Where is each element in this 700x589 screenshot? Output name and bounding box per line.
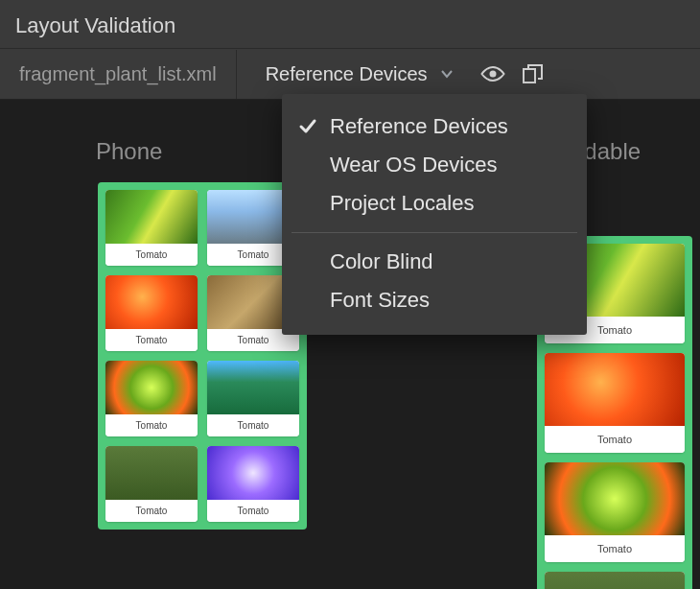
toolbar: fragment_plant_list.xml Reference Device… — [0, 48, 700, 99]
menu-item[interactable]: Reference Devices — [282, 107, 587, 146]
menu-item-label: Wear OS Devices — [330, 153, 497, 177]
plant-thumbnail — [207, 361, 299, 414]
validation-dropdown[interactable]: Reference Devices — [237, 49, 470, 99]
plant-caption: Tomato — [105, 414, 198, 436]
check-icon — [295, 116, 320, 137]
plant-thumbnail — [105, 190, 198, 244]
visibility-icon[interactable] — [479, 60, 506, 87]
validation-dropdown-menu: Reference DevicesWear OS DevicesProject … — [282, 94, 587, 335]
plant-caption: Tomato — [105, 500, 198, 522]
menu-item-label: Font Sizes — [330, 288, 430, 313]
plant-thumbnail — [545, 462, 685, 535]
plant-caption: Tomato — [545, 426, 685, 453]
preview-phone[interactable]: TomatoTomatoTomatoTomatoTomatoTomatoToma… — [98, 182, 307, 530]
copy-icon[interactable] — [520, 60, 547, 87]
menu-divider — [292, 232, 577, 233]
validation-dropdown-label: Reference Devices — [266, 63, 428, 85]
svg-rect-1 — [524, 69, 535, 82]
menu-item-label: Reference Devices — [330, 114, 508, 139]
plant-thumbnail — [105, 275, 198, 329]
plant-caption: Tomato — [545, 535, 685, 562]
plant-caption: Tomato — [105, 329, 198, 351]
plant-card[interactable]: Tomato — [105, 446, 198, 522]
plant-caption: Tomato — [105, 244, 198, 266]
plant-card[interactable]: Tomato — [105, 275, 198, 351]
plant-card[interactable]: Tomato — [207, 446, 299, 522]
file-tab[interactable]: fragment_plant_list.xml — [0, 50, 237, 99]
panel-title: Layout Validation — [0, 0, 700, 48]
plant-thumbnail — [545, 353, 685, 426]
plant-thumbnail — [207, 446, 299, 500]
chevron-down-icon — [433, 60, 460, 87]
plant-card[interactable]: Tomato — [105, 190, 198, 266]
plant-caption: Tomato — [207, 500, 299, 522]
plant-card[interactable]: Tomato — [545, 353, 685, 453]
menu-item-label: Project Locales — [330, 191, 474, 216]
menu-item[interactable]: Wear OS Devices — [282, 146, 587, 184]
menu-item[interactable]: Project Locales — [282, 184, 587, 223]
menu-item-label: Color Blind — [330, 249, 433, 274]
device-label-phone: Phone — [96, 138, 162, 165]
plant-thumbnail — [105, 446, 198, 500]
plant-card[interactable]: Tomato — [545, 462, 685, 562]
menu-item[interactable]: Font Sizes — [282, 281, 587, 319]
menu-item[interactable]: Color Blind — [282, 243, 587, 281]
plant-caption: Tomato — [207, 414, 299, 436]
plant-card[interactable]: Tomato — [105, 361, 198, 436]
plant-thumbnail — [545, 572, 685, 589]
plant-card[interactable]: Tomato — [207, 361, 299, 436]
plant-card[interactable]: Tomato — [545, 572, 685, 589]
svg-point-0 — [489, 71, 496, 78]
plant-thumbnail — [105, 361, 198, 414]
